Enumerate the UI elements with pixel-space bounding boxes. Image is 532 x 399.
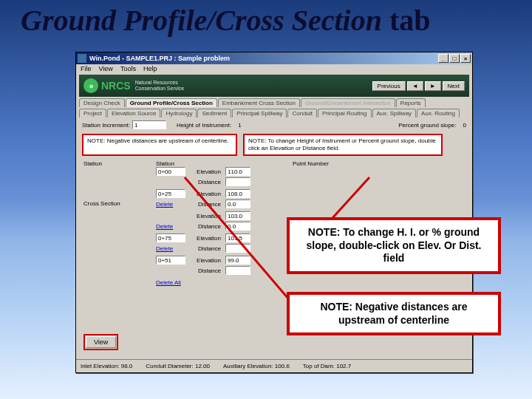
tab-principal-spillway[interactable]: Principal Spillway — [232, 109, 287, 117]
prev-button[interactable]: Previous — [372, 81, 406, 91]
label-cross-section: Cross Section — [83, 200, 120, 207]
app-icon — [78, 54, 86, 63]
elevation-label: Elevation — [190, 168, 221, 175]
nav-buttons: Previous ◄ ► Next — [372, 81, 465, 91]
percent-slope-field: Percent ground slope: 0 — [398, 122, 466, 129]
view-button[interactable]: View — [86, 336, 116, 348]
org-subtitle: Natural Resources Conservation Service — [135, 80, 185, 91]
station-increment-field: Station Increment: 1 — [82, 120, 166, 129]
distance-input[interactable] — [225, 177, 250, 186]
height-instrument-value: 1 — [238, 122, 241, 129]
tab-embankment[interactable]: Embankment Cross Section — [218, 98, 300, 107]
window-controls: _ □ × — [438, 54, 471, 63]
menubar: File View Tools Help — [76, 64, 472, 73]
distance-label: Distance — [190, 267, 221, 274]
col-station: Station — [156, 160, 174, 167]
tab-reports[interactable]: Reports — [396, 98, 426, 107]
minimize-button[interactable]: _ — [438, 54, 449, 63]
nav-left-button[interactable]: ◄ — [407, 81, 423, 91]
elevation-input[interactable]: 108.0 — [225, 189, 250, 198]
delete-all-link[interactable]: Delete All — [156, 279, 181, 286]
table-row: 0+25 Elevation 108.0 — [156, 189, 466, 198]
distance-label: Distance — [190, 201, 221, 208]
distance-input[interactable]: 0.0 — [225, 200, 250, 208]
tab-aux-routing[interactable]: Aux. Routing — [417, 109, 460, 117]
station-input[interactable]: 0+25 — [156, 189, 185, 198]
distance-label: Distance — [190, 223, 221, 230]
distance-label: Distance — [190, 179, 221, 185]
callout-negative-distances: NOTE: Negative distances are upstream of… — [287, 292, 501, 335]
nrcs-logo-icon: ✿ — [83, 78, 98, 93]
note-change-hi: NOTE: To change Height of Instrument or … — [243, 134, 443, 156]
height-instrument-field: Height of Instrument: 1 — [177, 122, 242, 129]
tab-ground-profile[interactable]: Ground Profile/Cross Section — [126, 98, 217, 107]
station-input[interactable]: 0+51 — [156, 256, 185, 265]
note-negative-distances: NOTE: Negative distances are upstream of… — [82, 134, 237, 156]
label-station: Station — [83, 160, 102, 167]
tab-principal-routing[interactable]: Principal Routing — [318, 109, 371, 117]
station-input[interactable]: 0+00 — [156, 167, 185, 176]
menu-file[interactable]: File — [81, 65, 92, 72]
notes-row: NOTE: Negative distances are upstream of… — [76, 132, 472, 157]
titlebar: Win.Pond - SAMPLE1.PRJ : Sample problem … — [76, 52, 472, 64]
tab-row-upper: Design Check Ground Profile/Cross Sectio… — [76, 98, 472, 107]
elevation-label: Elevation — [190, 257, 221, 264]
org-name: NRCS — [101, 80, 131, 92]
tab-row-lower: Project Elevation Source Hydrology Sedim… — [76, 109, 472, 117]
tab-project[interactable]: Project — [79, 109, 106, 117]
callout-change-hi: NOTE: To change H. I. or % ground slope,… — [287, 217, 501, 274]
close-button[interactable]: × — [460, 54, 471, 63]
elevation-input[interactable]: 99.0 — [225, 256, 250, 265]
distance-input[interactable] — [225, 244, 250, 253]
slide-title-plain: tab — [382, 4, 431, 37]
distance-input[interactable]: 0.0 — [225, 222, 250, 231]
slide-title: Ground Profile/Cross Section tab — [21, 3, 431, 38]
distance-input[interactable] — [225, 266, 250, 275]
height-instrument-label: Height of Instrument: — [177, 122, 231, 129]
banner: ✿ NRCS Natural Resources Conservation Se… — [79, 75, 469, 97]
table-row: Delete Distance 0.0 — [156, 200, 466, 208]
nav-right-button[interactable]: ► — [425, 81, 441, 91]
elevation-input[interactable]: 103.0 — [225, 211, 250, 220]
slide-title-italic: Ground Profile/Cross Section — [21, 4, 382, 37]
menu-help[interactable]: Help — [143, 65, 157, 72]
menu-tools[interactable]: Tools — [120, 65, 136, 72]
status-inlet: Inlet Elevation: 98.0 — [81, 363, 132, 369]
delete-link[interactable]: Delete — [156, 245, 185, 252]
percent-slope-value: 0 — [463, 122, 466, 129]
station-input[interactable]: 0+75 — [156, 233, 185, 242]
tab-design-check[interactable]: Design Check — [79, 98, 125, 107]
parameters-row: Station Increment: 1 Height of Instrumen… — [76, 117, 472, 132]
maximize-button[interactable]: □ — [449, 54, 460, 63]
status-top: Top of Dam: 102.7 — [303, 363, 351, 369]
tab-elev-source[interactable]: Elevation Source — [107, 109, 160, 117]
percent-slope-label: Percent ground slope: — [398, 122, 456, 129]
tab-aux-spillway[interactable]: Aux. Spillway — [372, 109, 417, 117]
delete-link[interactable]: Delete — [156, 201, 185, 208]
tab-hydrology[interactable]: Hydrology — [161, 109, 197, 117]
menu-view[interactable]: View — [99, 65, 113, 72]
station-increment-input[interactable]: 1 — [132, 120, 166, 129]
elevation-input[interactable]: 110.0 — [225, 167, 250, 176]
view-button-highlight: View — [83, 334, 118, 350]
station-increment-label: Station Increment: — [82, 122, 130, 129]
status-bar: Inlet Elevation: 98.0 Conduit Diameter: … — [76, 359, 472, 372]
elevation-label: Elevation — [190, 191, 221, 197]
window-title: Win.Pond - SAMPLE1.PRJ : Sample problem — [89, 55, 230, 62]
next-button[interactable]: Next — [443, 81, 465, 91]
elevation-label: Elevation — [190, 213, 221, 219]
tab-conduit[interactable]: Conduit — [287, 109, 317, 117]
tab-ground-embankment[interactable]: Ground/Embankment Interaction — [301, 98, 395, 107]
status-aux: Auxiliary Elevation: 100.6 — [223, 363, 290, 369]
elevation-input[interactable]: 101.5 — [225, 233, 250, 242]
status-conduit: Conduit Diameter: 12.00 — [146, 363, 210, 369]
table-row: Distance — [156, 177, 466, 186]
col-pointnum: Point Number — [293, 160, 329, 167]
distance-label: Distance — [190, 245, 221, 252]
elevation-label: Elevation — [190, 235, 221, 242]
delete-link[interactable]: Delete — [156, 223, 185, 230]
table-row: 0+00 Elevation 110.0 — [156, 167, 466, 176]
tab-sediment[interactable]: Sediment — [197, 109, 231, 117]
